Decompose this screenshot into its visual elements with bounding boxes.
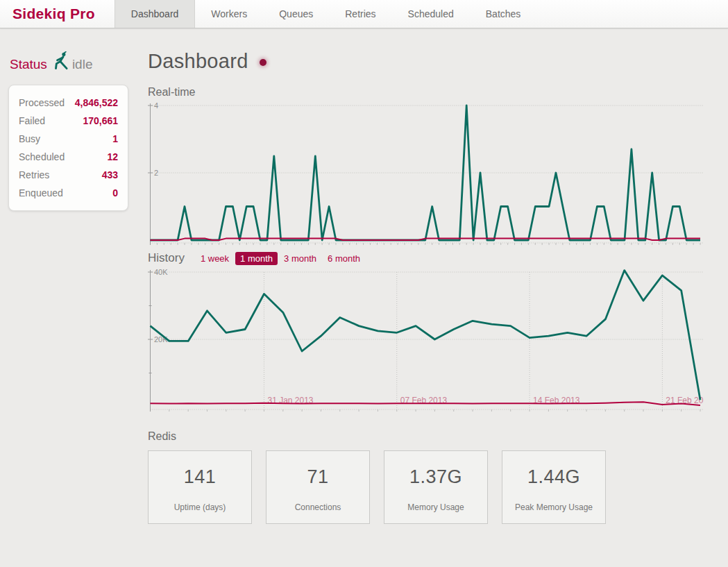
history-chart: 20K40K31 Jan 201307 Feb 201314 Feb 20132… (148, 268, 704, 416)
status-header: Status idle (10, 53, 128, 76)
live-poll-beacon-icon (260, 59, 266, 66)
stat-value: 4,846,522 (75, 94, 118, 112)
stat-row-enqueued: Enqueued 0 (19, 184, 118, 202)
status-title: Status (10, 57, 47, 72)
stat-value: 0 (112, 184, 118, 202)
stat-label: Enqueued (19, 184, 63, 202)
tab-scheduled[interactable]: Scheduled (392, 0, 470, 28)
redis-card-label: Memory Usage (407, 502, 464, 512)
tab-batches[interactable]: Batches (470, 0, 537, 28)
page-title: Dashboard (148, 50, 248, 73)
history-section-label: History (148, 251, 185, 265)
tab-dashboard[interactable]: Dashboard (115, 0, 196, 28)
stat-row-busy: Busy 1 (19, 130, 118, 148)
realtime-section-label: Real-time (148, 86, 704, 99)
redis-card-uptime: 141 Uptime (days) (148, 450, 252, 524)
stat-label: Processed (19, 94, 65, 112)
svg-text:2: 2 (154, 169, 158, 177)
range-button-1-month[interactable]: 1 month (235, 252, 278, 265)
redis-cards: 141 Uptime (days) 71 Connections 1.37G M… (148, 450, 704, 524)
redis-card-label: Peak Memory Usage (515, 502, 593, 512)
stat-row-processed: Processed 4,846,522 (19, 94, 118, 112)
sidekiq-figure-icon (52, 51, 71, 74)
tab-workers[interactable]: Workers (195, 0, 263, 28)
stat-row-scheduled: Scheduled 12 (19, 148, 118, 166)
brand-logo: Sidekiq Pro (0, 0, 115, 28)
redis-card-label: Uptime (days) (174, 502, 226, 512)
tab-retries[interactable]: Retries (329, 0, 391, 28)
stat-value: 170,661 (83, 112, 118, 130)
svg-text:40K: 40K (154, 268, 168, 276)
stat-label: Busy (19, 130, 40, 148)
status-sidebar: Status idle Processed 4,846,522 Failed 1… (8, 53, 128, 211)
range-button-6-month[interactable]: 6 month (323, 252, 365, 265)
redis-card-memory: 1.37G Memory Usage (384, 450, 488, 524)
range-button-3-month[interactable]: 3 month (279, 252, 321, 265)
stat-row-failed: Failed 170,661 (19, 112, 118, 130)
stat-value: 1 (112, 130, 118, 148)
redis-section-label: Redis (148, 430, 704, 443)
redis-card-peak-memory: 1.44G Peak Memory Usage (502, 450, 606, 524)
nav-tabs: Dashboard Workers Queues Retries Schedul… (115, 0, 537, 28)
stat-value: 12 (107, 148, 118, 166)
stat-label: Scheduled (19, 148, 65, 166)
top-navbar: Sidekiq Pro Dashboard Workers Queues Ret… (0, 0, 728, 28)
stat-row-retries: Retries 433 (19, 166, 118, 184)
stat-value: 433 (102, 166, 118, 184)
stat-label: Failed (19, 112, 45, 130)
range-button-1-week[interactable]: 1 week (196, 252, 234, 265)
status-card: Processed 4,846,522 Failed 170,661 Busy … (8, 85, 128, 211)
redis-card-value: 1.37G (409, 466, 462, 488)
stat-label: Retries (19, 166, 49, 184)
status-state: idle (72, 57, 93, 72)
dashboard-main: Dashboard Real-time 24 History 1 week 1 … (148, 47, 704, 524)
redis-card-value: 1.44G (527, 466, 580, 488)
svg-text:4: 4 (154, 101, 158, 110)
realtime-chart: 24 (148, 101, 704, 250)
redis-card-connections: 71 Connections (266, 450, 370, 524)
redis-card-value: 141 (184, 466, 217, 488)
redis-card-value: 71 (307, 466, 328, 488)
redis-card-label: Connections (295, 502, 341, 512)
tab-queues[interactable]: Queues (263, 0, 329, 28)
